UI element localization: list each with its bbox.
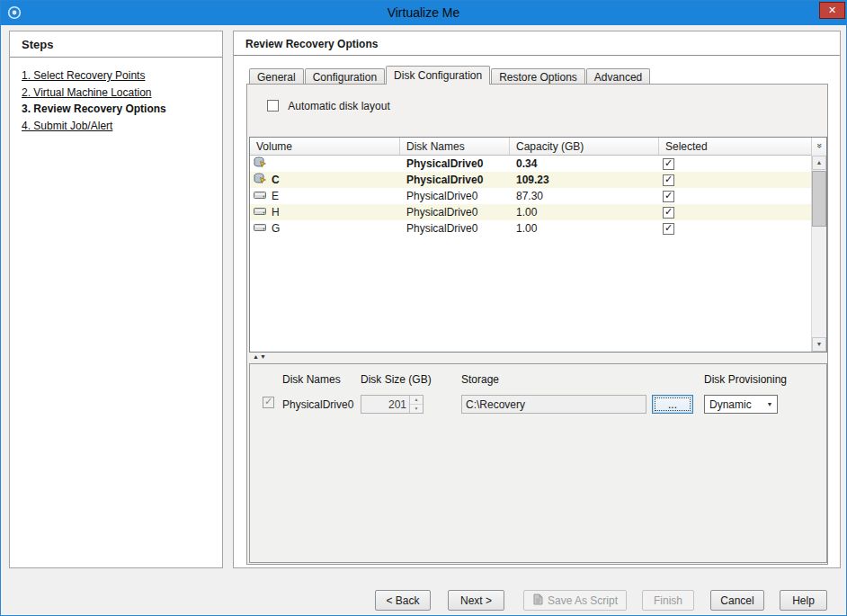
column-header-disk-names[interactable]: Disk Names (400, 138, 510, 155)
vertical-scrollbar[interactable]: ▲ ▼ (811, 156, 826, 352)
step-submit-job-alert[interactable]: 4. Submit Job/Alert (22, 120, 112, 132)
disk-provisioning-dropdown[interactable]: Dynamic ▼ (704, 395, 778, 414)
disk-name: PhysicalDrive0 (400, 157, 510, 170)
titlebar: Virtualize Me ✕ (1, 1, 846, 25)
splitter-handle[interactable]: ▲▼ (249, 353, 827, 362)
volume-icon (254, 206, 267, 219)
system-volume-icon (254, 156, 267, 171)
back-button[interactable]: < Back (375, 590, 431, 611)
arrow-up-icon: ▲ (415, 397, 419, 402)
step-select-recovery-points[interactable]: 1. Select Recovery Points (22, 69, 145, 82)
row-selected-checkbox[interactable]: ✓ (663, 174, 674, 186)
provisioning-selected-value: Dynamic (709, 398, 752, 411)
scroll-down-button[interactable]: ▼ (812, 337, 826, 352)
table-row[interactable]: E PhysicalDrive0 87.30 ✓ (250, 188, 811, 204)
detail-label-provisioning: Disk Provisioning (704, 373, 787, 386)
tab-bar: General Configuration Disk Configuration… (249, 67, 651, 85)
close-icon: ✕ (828, 4, 836, 15)
capacity-value: 0.34 (510, 157, 659, 170)
table-row[interactable]: PhysicalDrive0 0.34 ✓ (250, 156, 811, 172)
arrow-up-icon: ▲ (816, 159, 823, 165)
automatic-disk-layout-label: Automatic disk layout (288, 100, 389, 112)
automatic-disk-layout-row: Automatic disk layout (267, 99, 390, 112)
script-icon (532, 594, 544, 608)
row-selected-checkbox[interactable]: ✓ (663, 191, 674, 202)
help-button[interactable]: Help (780, 590, 827, 611)
scrollbar-thumb[interactable] (812, 171, 826, 227)
spinner-up-button[interactable]: ▲ (410, 396, 423, 405)
disk-detail-panel: Disk Names Disk Size (GB) Storage Disk P… (249, 363, 827, 563)
arrow-down-icon: ▼ (816, 341, 823, 347)
table-row[interactable]: H PhysicalDrive0 1.00 ✓ (250, 204, 811, 220)
column-header-volume[interactable]: Volume (250, 138, 400, 155)
volume-table: Volume Disk Names Capacity (GB) Selected… (249, 137, 827, 353)
table-header: Volume Disk Names Capacity (GB) Selected (250, 138, 826, 156)
browse-button[interactable]: ... (652, 395, 693, 414)
disk-name: PhysicalDrive0 (400, 174, 510, 186)
volume-name: G (272, 222, 280, 235)
splitter-arrows-icon: ▲▼ (253, 353, 267, 360)
steps-divider (10, 57, 222, 58)
main-panel: Review Recovery Options General Configur… (233, 31, 841, 568)
window-title: Virtualize Me (1, 5, 846, 20)
disk-configuration-page: Automatic disk layout Volume Disk Names … (246, 84, 828, 565)
disk-name: PhysicalDrive0 (400, 222, 510, 235)
detail-label-disk-names: Disk Names (282, 373, 341, 386)
system-volume-icon (254, 173, 267, 187)
tab-general[interactable]: General (249, 68, 304, 85)
step-review-recovery-options: 3. Review Recovery Options (22, 103, 166, 115)
capacity-value: 87.30 (510, 190, 659, 202)
disk-name: PhysicalDrive0 (400, 190, 510, 202)
volume-icon (254, 190, 267, 202)
header-divider (234, 55, 840, 56)
steps-header: Steps (22, 38, 53, 51)
detail-label-storage: Storage (461, 373, 499, 386)
capacity-value: 1.00 (510, 222, 659, 235)
column-header-capacity[interactable]: Capacity (GB) (510, 138, 659, 155)
volume-name: H (272, 206, 280, 219)
steps-panel: Steps 1. Select Recovery Points 2. Virtu… (9, 31, 223, 568)
next-button[interactable]: Next > (448, 590, 504, 611)
detail-label-disk-size: Disk Size (GB) (361, 373, 432, 386)
row-selected-checkbox[interactable]: ✓ (663, 158, 674, 170)
chevron-more-icon: » (811, 143, 827, 148)
scroll-up-button[interactable]: ▲ (812, 156, 826, 170)
step-virtual-machine-location[interactable]: 2. Virtual Machine Location (22, 86, 152, 99)
volume-name: C (272, 174, 280, 186)
capacity-value: 1.00 (510, 206, 659, 219)
spinner-down-button[interactable]: ▼ (410, 405, 423, 414)
column-header-selected[interactable]: Selected (659, 138, 826, 155)
tab-configuration[interactable]: Configuration (305, 68, 385, 85)
tab-advanced[interactable]: Advanced (586, 68, 650, 85)
volume-name: E (272, 190, 279, 202)
capacity-value: 109.23 (510, 174, 659, 186)
volume-icon (254, 222, 267, 235)
table-body: PhysicalDrive0 0.34 ✓ C PhysicalDrive0 (250, 156, 811, 352)
row-selected-checkbox[interactable]: ✓ (663, 223, 674, 235)
storage-path-input[interactable] (461, 395, 646, 414)
cancel-button[interactable]: Cancel (710, 590, 764, 611)
finish-button: Finish (642, 590, 694, 611)
tab-disk-configuration[interactable]: Disk Configuration (386, 66, 490, 85)
detail-disk-name: PhysicalDrive0 (282, 398, 353, 411)
disk-name: PhysicalDrive0 (400, 206, 510, 219)
save-as-script-label: Save As Script (548, 594, 618, 607)
spinner-buttons: ▲ ▼ (409, 396, 423, 413)
save-as-script-button: Save As Script (523, 590, 627, 611)
automatic-disk-layout-checkbox[interactable] (267, 100, 279, 112)
page-title: Review Recovery Options (245, 38, 378, 50)
disk-size-value: 201 (388, 398, 406, 411)
tab-restore-options[interactable]: Restore Options (491, 68, 585, 85)
virtualize-me-dialog: Virtualize Me ✕ Steps 1. Select Recovery… (0, 0, 847, 616)
table-row[interactable]: G PhysicalDrive0 1.00 ✓ (250, 220, 811, 237)
row-selected-checkbox[interactable]: ✓ (663, 207, 674, 219)
disk-size-spinner[interactable]: 201 ▲ ▼ (361, 395, 424, 414)
chevron-down-icon: ▼ (762, 396, 777, 413)
arrow-down-icon: ▼ (415, 406, 419, 411)
detail-disk-checkbox: ✓ (263, 397, 274, 408)
table-row[interactable]: C PhysicalDrive0 109.23 ✓ (250, 172, 811, 188)
column-chooser-button[interactable]: » (811, 138, 826, 156)
close-button[interactable]: ✕ (819, 2, 845, 19)
